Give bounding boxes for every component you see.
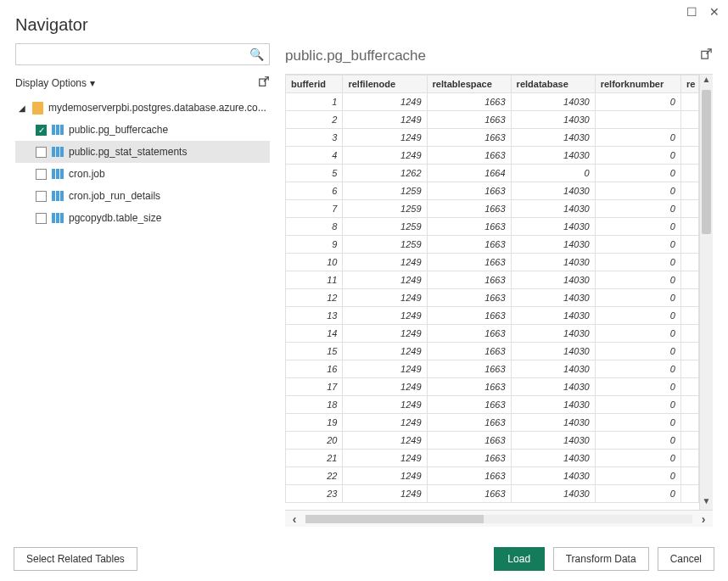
table-cell: 1259 xyxy=(343,218,427,236)
table-cell: 0 xyxy=(595,165,680,182)
scroll-left-icon[interactable]: ‹ xyxy=(285,512,304,526)
column-header[interactable]: reltablespace xyxy=(427,75,511,93)
table-row[interactable]: 1812491663140300 xyxy=(286,396,699,414)
close-icon[interactable]: ✕ xyxy=(709,5,720,19)
table-row[interactable]: 1212491663140300 xyxy=(286,289,699,307)
table-cell: 14030 xyxy=(511,129,595,147)
table-row[interactable]: 2212491663140300 xyxy=(286,467,699,485)
table-cell: 1663 xyxy=(427,450,511,467)
table-cell: 1249 xyxy=(343,254,427,271)
column-header[interactable]: relforknumber xyxy=(595,75,680,93)
table-row[interactable]: 312491663140300 xyxy=(286,129,699,147)
tree-item-checkbox[interactable] xyxy=(36,169,47,180)
table-row[interactable]: 21249166314030 xyxy=(286,111,699,129)
table-cell: 1663 xyxy=(427,182,511,200)
table-cell: 1663 xyxy=(427,111,511,129)
column-header[interactable]: relfilenode xyxy=(343,75,427,93)
table-cell xyxy=(680,360,698,378)
table-cell xyxy=(680,396,698,414)
tree-db-node[interactable]: ◢ mydemoserverpbi.postgres.database.azur… xyxy=(15,97,270,119)
table-row[interactable]: 2012491663140300 xyxy=(286,432,699,450)
page-title: Navigator xyxy=(15,15,713,35)
table-cell: 14030 xyxy=(511,485,595,503)
select-related-tables-button[interactable]: Select Related Tables xyxy=(14,547,137,571)
table-row[interactable]: 912591663140300 xyxy=(286,236,699,254)
table-row[interactable]: 1412491663140300 xyxy=(286,325,699,343)
transform-data-button[interactable]: Transform Data xyxy=(553,547,649,571)
table-row[interactable]: 51262166400 xyxy=(286,165,699,182)
display-options-dropdown[interactable]: Display Options ▾ xyxy=(15,77,95,89)
cancel-button[interactable]: Cancel xyxy=(658,547,714,571)
table-cell: 14030 xyxy=(511,271,595,289)
column-header[interactable]: re xyxy=(680,75,698,93)
tree-item-checkbox[interactable] xyxy=(36,147,47,158)
table-cell xyxy=(680,218,698,236)
table-icon xyxy=(52,147,64,157)
table-cell: 14030 xyxy=(511,111,595,129)
scroll-thumb[interactable] xyxy=(702,90,711,234)
table-cell: 14030 xyxy=(511,325,595,343)
table-row[interactable]: 112491663140300 xyxy=(286,93,699,111)
tree-item[interactable]: cron.job xyxy=(15,163,270,185)
tree-item-checkbox[interactable] xyxy=(36,191,47,202)
preview-refresh-icon[interactable] xyxy=(700,47,713,64)
tree-item[interactable]: ✓public.pg_buffercache xyxy=(15,119,270,141)
table-cell: 14030 xyxy=(511,414,595,432)
table-row[interactable]: 1612491663140300 xyxy=(286,360,699,378)
search-icon[interactable]: 🔍 xyxy=(249,47,264,61)
horizontal-scrollbar[interactable]: ‹ › xyxy=(285,510,713,527)
table-row[interactable]: 812591663140300 xyxy=(286,218,699,236)
table-cell xyxy=(680,147,698,165)
table-row[interactable]: 1312491663140300 xyxy=(286,307,699,325)
table-row[interactable]: 1712491663140300 xyxy=(286,378,699,396)
table-cell: 1249 xyxy=(343,325,427,343)
vertical-scrollbar[interactable]: ▲ ▼ xyxy=(699,75,713,510)
tree-item-checkbox[interactable] xyxy=(36,213,47,224)
table-cell: 14030 xyxy=(511,147,595,165)
table-cell: 14030 xyxy=(511,182,595,200)
tree-item[interactable]: public.pg_stat_statements xyxy=(15,141,270,163)
preview-title: public.pg_buffercache xyxy=(285,47,426,64)
table-cell: 0 xyxy=(595,289,680,307)
tree-item[interactable]: pgcopydb.table_size xyxy=(15,207,270,229)
table-row[interactable]: 1512491663140300 xyxy=(286,343,699,360)
table-row[interactable]: 1912491663140300 xyxy=(286,414,699,432)
table-cell: 0 xyxy=(595,182,680,200)
table-cell: 0 xyxy=(595,236,680,254)
tree-item[interactable]: cron.job_run_details xyxy=(15,185,270,207)
table-cell: 0 xyxy=(595,432,680,450)
table-cell: 1663 xyxy=(427,254,511,271)
table-cell xyxy=(680,343,698,360)
chevron-down-icon: ▾ xyxy=(90,77,95,89)
maximize-icon[interactable]: ☐ xyxy=(686,5,697,19)
tree-item-checkbox[interactable]: ✓ xyxy=(36,125,47,136)
table-cell: 23 xyxy=(286,485,343,503)
table-cell: 8 xyxy=(286,218,343,236)
table-cell xyxy=(680,450,698,467)
search-box[interactable]: 🔍 xyxy=(15,43,270,65)
table-cell: 1259 xyxy=(343,182,427,200)
table-cell: 0 xyxy=(595,343,680,360)
scroll-down-icon[interactable]: ▼ xyxy=(700,496,713,510)
table-icon xyxy=(52,125,64,135)
table-row[interactable]: 412491663140300 xyxy=(286,147,699,165)
column-header[interactable]: reldatabase xyxy=(511,75,595,93)
load-button[interactable]: Load xyxy=(494,547,545,571)
table-row[interactable]: 1012491663140300 xyxy=(286,254,699,271)
table-row[interactable]: 712591663140300 xyxy=(286,200,699,218)
scroll-right-icon[interactable]: › xyxy=(694,512,713,526)
hscroll-thumb[interactable] xyxy=(305,515,484,523)
table-cell: 1663 xyxy=(427,343,511,360)
table-cell: 4 xyxy=(286,147,343,165)
scroll-up-icon[interactable]: ▲ xyxy=(700,75,713,88)
table-row[interactable]: 1112491663140300 xyxy=(286,271,699,289)
table-row[interactable]: 2112491663140300 xyxy=(286,450,699,467)
search-input[interactable] xyxy=(21,48,249,60)
table-row[interactable]: 2312491663140300 xyxy=(286,485,699,503)
table-cell: 5 xyxy=(286,165,343,182)
table-row[interactable]: 612591663140300 xyxy=(286,182,699,200)
refresh-icon[interactable] xyxy=(258,75,270,90)
column-header[interactable]: bufferid xyxy=(286,75,343,93)
table-cell: 21 xyxy=(286,450,343,467)
table-cell xyxy=(595,111,680,129)
